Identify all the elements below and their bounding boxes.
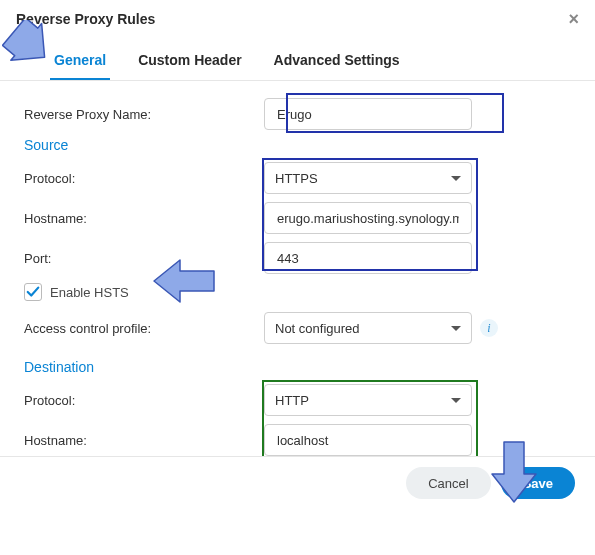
section-source-title: Source — [24, 137, 569, 153]
label-acp: Access control profile: — [24, 321, 264, 336]
cancel-button[interactable]: Cancel — [406, 467, 490, 499]
input-name[interactable] — [275, 106, 461, 123]
close-icon[interactable]: × — [568, 10, 579, 28]
label-src-protocol: Protocol: — [24, 171, 264, 186]
select-src-protocol[interactable]: HTTPS — [264, 162, 472, 194]
section-destination-title: Destination — [24, 359, 569, 375]
checkmark-icon — [26, 285, 40, 299]
dialog-title: Reverse Proxy Rules — [16, 11, 155, 27]
chevron-down-icon — [451, 176, 461, 181]
row-acp: Access control profile: Not configured i — [24, 311, 569, 345]
tab-bar: General Custom Header Advanced Settings — [0, 34, 595, 81]
input-dst-hostname-wrap[interactable] — [264, 424, 472, 456]
row-enable-hsts: Enable HSTS — [24, 283, 569, 301]
input-src-port-wrap[interactable] — [264, 242, 472, 274]
row-name: Reverse Proxy Name: — [24, 97, 569, 131]
label-dst-protocol: Protocol: — [24, 393, 264, 408]
label-dst-hostname: Hostname: — [24, 433, 264, 448]
input-dst-hostname[interactable] — [275, 432, 461, 449]
reverse-proxy-dialog: Reverse Proxy Rules × General Custom Hea… — [0, 0, 595, 509]
chevron-down-icon — [451, 326, 461, 331]
tab-custom-header[interactable]: Custom Header — [134, 44, 245, 80]
select-acp-value: Not configured — [275, 321, 360, 336]
label-src-port: Port: — [24, 251, 264, 266]
dialog-footer: Cancel Save — [0, 456, 595, 509]
label-enable-hsts: Enable HSTS — [50, 285, 129, 300]
select-acp[interactable]: Not configured — [264, 312, 472, 344]
tab-advanced-settings[interactable]: Advanced Settings — [270, 44, 404, 80]
row-dst-hostname: Hostname: — [24, 423, 569, 457]
info-icon[interactable]: i — [480, 319, 498, 337]
input-src-port[interactable] — [275, 250, 461, 267]
input-src-hostname[interactable] — [275, 210, 461, 227]
row-dst-protocol: Protocol: HTTP — [24, 383, 569, 417]
dialog-body: Reverse Proxy Name: Source Protocol: HTT… — [0, 81, 595, 509]
label-src-hostname: Hostname: — [24, 211, 264, 226]
row-src-port: Port: — [24, 241, 569, 275]
tab-general[interactable]: General — [50, 44, 110, 80]
select-dst-protocol-value: HTTP — [275, 393, 309, 408]
checkbox-enable-hsts[interactable] — [24, 283, 42, 301]
dialog-titlebar: Reverse Proxy Rules × — [0, 0, 595, 34]
label-name: Reverse Proxy Name: — [24, 107, 264, 122]
chevron-down-icon — [451, 398, 461, 403]
row-src-hostname: Hostname: — [24, 201, 569, 235]
row-src-protocol: Protocol: HTTPS — [24, 161, 569, 195]
save-button[interactable]: Save — [501, 467, 575, 499]
input-src-hostname-wrap[interactable] — [264, 202, 472, 234]
input-name-wrap[interactable] — [264, 98, 472, 130]
select-src-protocol-value: HTTPS — [275, 171, 318, 186]
select-dst-protocol[interactable]: HTTP — [264, 384, 472, 416]
